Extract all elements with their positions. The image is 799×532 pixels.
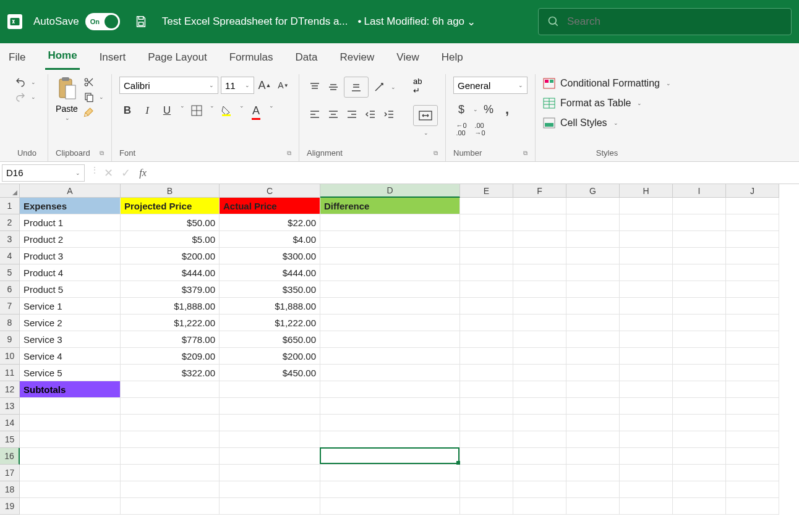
cell-F18[interactable]	[513, 481, 566, 498]
column-header-B[interactable]: B	[121, 184, 220, 198]
cell-J3[interactable]	[726, 231, 779, 248]
cell-E3[interactable]	[460, 231, 513, 248]
cell-C3[interactable]: $4.00	[220, 231, 320, 248]
row-header-6[interactable]: 6	[0, 281, 20, 298]
cell-I19[interactable]	[673, 498, 726, 515]
tab-view[interactable]: View	[394, 46, 422, 70]
cell-I5[interactable]	[673, 264, 726, 281]
cell-A4[interactable]: Product 3	[20, 248, 121, 264]
cell-J11[interactable]	[726, 365, 779, 381]
cell-I17[interactable]	[673, 465, 726, 481]
cell-G18[interactable]	[566, 481, 620, 498]
cell-F10[interactable]	[513, 348, 566, 365]
cell-A6[interactable]: Product 5	[20, 281, 121, 298]
cell-G14[interactable]	[566, 415, 620, 431]
wrap-text-button[interactable]: ab↵	[413, 77, 422, 95]
cell-D19[interactable]	[320, 498, 460, 515]
cell-A1[interactable]: Expenses	[20, 198, 121, 214]
cell-I15[interactable]	[673, 431, 726, 448]
cell-F7[interactable]	[513, 298, 566, 315]
cell-E17[interactable]	[460, 465, 513, 481]
align-middle-button[interactable]	[325, 79, 341, 95]
cell-D4[interactable]	[320, 248, 460, 264]
cell-F8[interactable]	[513, 315, 566, 331]
row-header-2[interactable]: 2	[0, 214, 20, 231]
cell-A10[interactable]: Service 4	[20, 348, 121, 365]
cell-D17[interactable]	[320, 465, 460, 481]
cell-H5[interactable]	[620, 264, 673, 281]
cell-I10[interactable]	[673, 348, 726, 365]
column-header-H[interactable]: H	[620, 184, 673, 198]
cell-A9[interactable]: Service 3	[20, 331, 121, 348]
name-box[interactable]: D16⌄	[2, 164, 85, 182]
last-modified[interactable]: • Last Modified: 6h ago ⌄	[358, 15, 476, 28]
row-header-15[interactable]: 15	[0, 431, 20, 448]
align-center-button[interactable]	[325, 106, 341, 122]
font-name-select[interactable]: Calibri⌄	[119, 77, 218, 94]
row-header-13[interactable]: 13	[0, 398, 20, 415]
insert-function-button[interactable]: fx	[135, 165, 151, 181]
cell-C15[interactable]	[220, 431, 320, 448]
cell-C2[interactable]: $22.00	[220, 214, 320, 231]
cell-C17[interactable]	[220, 465, 320, 481]
cell-F4[interactable]	[513, 248, 566, 264]
cell-B10[interactable]: $209.00	[121, 348, 220, 365]
save-icon[interactable]	[134, 14, 148, 29]
cell-B5[interactable]: $444.00	[121, 264, 220, 281]
cell-G11[interactable]	[566, 365, 620, 381]
document-title[interactable]: Test Excel Spreadsheet for DTrends a...	[162, 15, 348, 28]
orientation-button[interactable]	[371, 79, 387, 95]
cell-I1[interactable]	[673, 198, 726, 214]
worksheet[interactable]: ABCDEFGHIJ 12345678910111213141516171819…	[0, 184, 799, 515]
cell-D9[interactable]	[320, 331, 460, 348]
cell-E7[interactable]	[460, 298, 513, 315]
format-as-table-button[interactable]: Format as Table⌄	[543, 96, 642, 110]
italic-button[interactable]: I	[139, 103, 155, 119]
align-left-button[interactable]	[307, 106, 323, 122]
cell-E9[interactable]	[460, 331, 513, 348]
cell-G16[interactable]	[566, 448, 620, 465]
column-header-J[interactable]: J	[726, 184, 779, 198]
cell-G15[interactable]	[566, 431, 620, 448]
search-box[interactable]	[538, 8, 792, 35]
font-size-select[interactable]: 11⌄	[221, 77, 254, 94]
cell-B1[interactable]: Projected Price	[121, 198, 220, 214]
cell-H9[interactable]	[620, 331, 673, 348]
percent-format-button[interactable]: %	[481, 101, 497, 117]
cell-C10[interactable]: $200.00	[220, 348, 320, 365]
cell-D13[interactable]	[320, 398, 460, 415]
cell-F1[interactable]	[513, 198, 566, 214]
underline-button[interactable]: U	[159, 103, 175, 119]
cell-F9[interactable]	[513, 331, 566, 348]
tab-page-layout[interactable]: Page Layout	[145, 46, 209, 70]
row-header-5[interactable]: 5	[0, 264, 20, 281]
cell-D6[interactable]	[320, 281, 460, 298]
cell-C16[interactable]	[220, 448, 320, 465]
cell-G7[interactable]	[566, 298, 620, 315]
cell-G4[interactable]	[566, 248, 620, 264]
cell-F16[interactable]	[513, 448, 566, 465]
cell-B15[interactable]	[121, 431, 220, 448]
cell-D18[interactable]	[320, 481, 460, 498]
cell-H19[interactable]	[620, 498, 673, 515]
column-header-E[interactable]: E	[460, 184, 513, 198]
copy-button[interactable]: ⌄	[83, 91, 104, 103]
cell-H4[interactable]	[620, 248, 673, 264]
cell-A14[interactable]	[20, 415, 121, 431]
cell-C4[interactable]: $300.00	[220, 248, 320, 264]
autosave-toggle[interactable]: On	[85, 13, 120, 30]
cell-A2[interactable]: Product 1	[20, 214, 121, 231]
cell-I3[interactable]	[673, 231, 726, 248]
cell-E13[interactable]	[460, 398, 513, 415]
cell-F3[interactable]	[513, 231, 566, 248]
increase-font-button[interactable]: A▲	[257, 77, 273, 93]
cell-B2[interactable]: $50.00	[121, 214, 220, 231]
tab-insert[interactable]: Insert	[97, 46, 129, 70]
cell-C7[interactable]: $1,888.00	[220, 298, 320, 315]
cell-D1[interactable]: Difference	[320, 198, 460, 214]
cell-F6[interactable]	[513, 281, 566, 298]
column-header-G[interactable]: G	[566, 184, 620, 198]
number-format-select[interactable]: General⌄	[453, 77, 528, 94]
row-header-12[interactable]: 12	[0, 381, 20, 398]
cell-C14[interactable]	[220, 415, 320, 431]
